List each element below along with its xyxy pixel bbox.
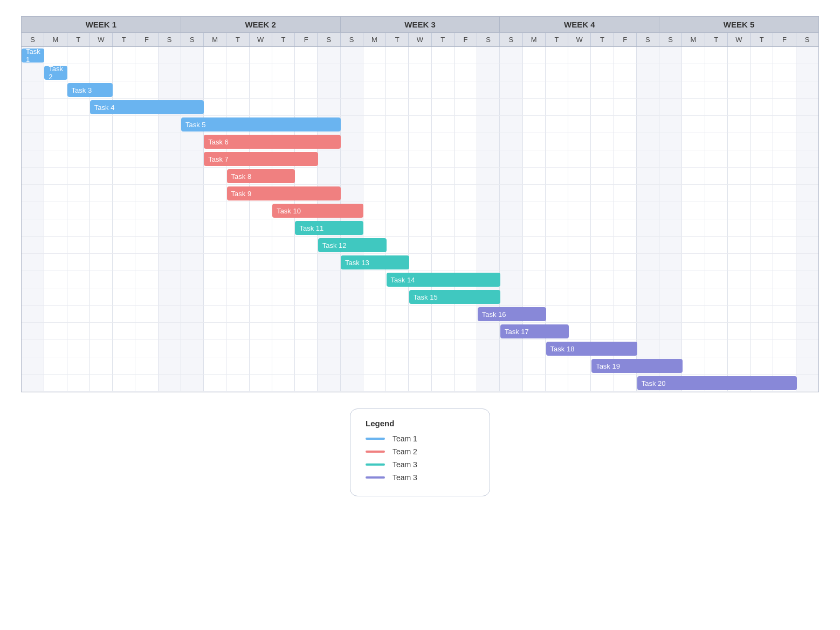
grid-col bbox=[477, 323, 500, 340]
grid-col bbox=[728, 288, 751, 305]
grid-col bbox=[250, 202, 272, 219]
grid-col bbox=[591, 133, 614, 150]
grid-col bbox=[773, 219, 796, 236]
grid-col bbox=[773, 340, 796, 357]
grid-col bbox=[90, 323, 113, 340]
grid-col bbox=[751, 202, 773, 219]
grid-col bbox=[295, 288, 318, 305]
grid-row bbox=[22, 168, 818, 185]
grid-col bbox=[500, 150, 522, 167]
grid-col bbox=[432, 116, 455, 133]
week-header-row: WEEK 1WEEK 2WEEK 3WEEK 4WEEK 5 bbox=[22, 17, 818, 33]
grid-col bbox=[546, 219, 568, 236]
legend-swatch bbox=[366, 451, 385, 453]
grid-col bbox=[363, 133, 386, 150]
grid-col bbox=[432, 99, 455, 115]
grid-col bbox=[341, 340, 363, 357]
grid-col bbox=[546, 168, 568, 184]
grid-row bbox=[22, 306, 818, 323]
grid-col bbox=[751, 150, 773, 167]
grid-col bbox=[409, 357, 431, 374]
grid-col bbox=[204, 185, 226, 202]
grid-col bbox=[682, 47, 705, 64]
grid-col bbox=[295, 47, 318, 64]
grid-col bbox=[659, 271, 682, 288]
grid-col bbox=[135, 47, 158, 64]
grid-col bbox=[22, 133, 44, 150]
day-cell: F bbox=[295, 33, 318, 46]
grid-col bbox=[682, 306, 705, 322]
grid-col bbox=[751, 185, 773, 202]
grid-col bbox=[135, 81, 158, 98]
grid-col bbox=[728, 357, 751, 374]
grid-col bbox=[250, 237, 272, 253]
grid-col bbox=[318, 357, 340, 374]
grid-col bbox=[181, 47, 204, 64]
grid-col bbox=[113, 288, 135, 305]
grid-col bbox=[455, 237, 477, 253]
grid-row bbox=[22, 150, 818, 168]
grid-col bbox=[728, 99, 751, 115]
grid-col bbox=[637, 271, 659, 288]
grid-col bbox=[135, 357, 158, 374]
grid-col bbox=[44, 116, 67, 133]
grid-col bbox=[659, 254, 682, 271]
grid-col bbox=[363, 306, 386, 322]
grid-col bbox=[591, 64, 614, 81]
grid-col bbox=[728, 64, 751, 81]
grid-col bbox=[295, 81, 318, 98]
grid-col bbox=[546, 81, 568, 98]
grid-col bbox=[295, 357, 318, 374]
grid-col bbox=[728, 254, 751, 271]
day-cell: S bbox=[341, 33, 363, 46]
grid-col bbox=[682, 202, 705, 219]
grid-col bbox=[773, 185, 796, 202]
grid-col bbox=[637, 202, 659, 219]
legend-box: Legend Team 1Team 2Team 3Team 3 bbox=[350, 409, 490, 496]
grid-col bbox=[477, 64, 500, 81]
grid-col bbox=[67, 202, 90, 219]
grid-col bbox=[705, 219, 728, 236]
grid-col bbox=[386, 323, 409, 340]
day-cell: T bbox=[113, 33, 135, 46]
grid-col bbox=[773, 47, 796, 64]
grid-col bbox=[250, 340, 272, 357]
task-bar: Task 13 bbox=[341, 255, 409, 269]
task-bar: Task 4 bbox=[90, 100, 204, 114]
gantt-chart: WEEK 1WEEK 2WEEK 3WEEK 4WEEK 5 SMTWTFSSM… bbox=[21, 16, 819, 392]
task-bar: Task 15 bbox=[409, 290, 500, 304]
grid-col bbox=[272, 254, 295, 271]
day-cell: S bbox=[796, 33, 818, 46]
grid-col bbox=[181, 271, 204, 288]
grid-col bbox=[796, 150, 818, 167]
grid-col bbox=[341, 185, 363, 202]
grid-col bbox=[409, 375, 431, 391]
legend-item: Team 3 bbox=[366, 460, 468, 469]
grid-col bbox=[159, 202, 181, 219]
task-bar: Task 11 bbox=[295, 221, 363, 235]
grid-col bbox=[523, 254, 546, 271]
grid-col bbox=[751, 168, 773, 184]
day-cell: S bbox=[477, 33, 500, 46]
grid-col bbox=[614, 306, 637, 322]
grid-col bbox=[363, 288, 386, 305]
grid-col bbox=[113, 133, 135, 150]
task-bar: Task 2 bbox=[44, 66, 67, 80]
grid-col bbox=[682, 357, 705, 374]
grid-col bbox=[226, 219, 249, 236]
grid-col bbox=[751, 306, 773, 322]
day-cell: W bbox=[250, 33, 272, 46]
grid-col bbox=[751, 81, 773, 98]
grid-col bbox=[568, 271, 591, 288]
grid-col bbox=[363, 375, 386, 391]
task-bar: Task 9 bbox=[227, 186, 341, 200]
legend-label: Team 3 bbox=[393, 473, 417, 482]
grid-col bbox=[637, 116, 659, 133]
grid-col bbox=[455, 99, 477, 115]
grid-col bbox=[272, 99, 295, 115]
grid-col bbox=[796, 237, 818, 253]
grid-col bbox=[523, 202, 546, 219]
grid-col bbox=[386, 340, 409, 357]
grid-col bbox=[751, 133, 773, 150]
grid-col bbox=[44, 237, 67, 253]
